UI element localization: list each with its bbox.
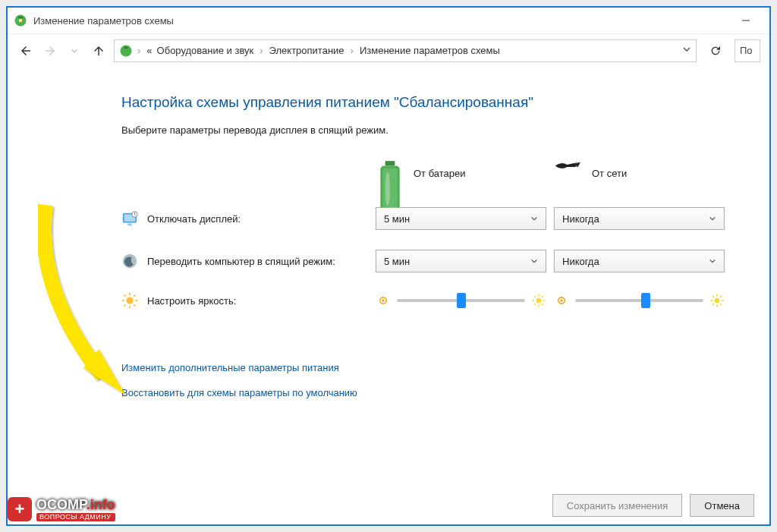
watermark: + OCOMP.info ВОПРОСЫ АДМИНУ xyxy=(8,497,115,521)
sun-small-icon xyxy=(376,293,391,308)
display-battery-dropdown[interactable]: 5 мин xyxy=(376,207,546,230)
svg-line-33 xyxy=(534,296,536,297)
brightness-battery-slider[interactable] xyxy=(376,293,546,308)
svg-point-9 xyxy=(385,172,390,205)
chevron-down-icon xyxy=(709,256,716,267)
save-button[interactable]: Сохранить изменения xyxy=(552,494,683,517)
svg-line-45 xyxy=(720,304,722,305)
svg-rect-10 xyxy=(576,162,577,164)
sun-large-icon xyxy=(709,293,725,308)
svg-line-34 xyxy=(542,304,543,305)
plug-icon xyxy=(554,159,583,187)
address-bar[interactable]: › « Оборудование и звук › Электропитание… xyxy=(114,39,697,62)
battery-icon xyxy=(376,159,404,187)
column-label: От батареи xyxy=(414,168,466,179)
recent-locations-chevron[interactable] xyxy=(65,42,83,60)
row-label-brightness: Настроить яркость: xyxy=(121,292,368,309)
chevron-right-icon: › xyxy=(349,45,355,56)
slider-track[interactable] xyxy=(397,299,525,302)
breadcrumb-item[interactable]: Оборудование и звук xyxy=(157,45,254,56)
setting-label: Отключать дисплей: xyxy=(147,213,241,225)
breadcrumb-prefix: « xyxy=(146,45,152,56)
forward-button[interactable] xyxy=(41,42,59,60)
svg-rect-14 xyxy=(127,223,132,225)
chevron-down-icon xyxy=(709,213,716,225)
dropdown-value: Никогда xyxy=(562,213,599,225)
svg-line-24 xyxy=(124,305,126,307)
chevron-down-icon xyxy=(530,213,538,225)
monitor-icon xyxy=(121,210,138,227)
sleep-ac-dropdown[interactable]: Никогда xyxy=(554,250,725,272)
dropdown-value: Никогда xyxy=(562,256,599,267)
svg-point-2 xyxy=(19,19,23,23)
page-heading: Настройка схемы управления питанием "Сба… xyxy=(121,94,724,111)
power-plan-icon xyxy=(119,44,133,58)
row-label-display: Отключать дисплей: xyxy=(121,210,368,227)
slider-thumb[interactable] xyxy=(641,293,650,308)
svg-point-28 xyxy=(536,298,542,304)
breadcrumb-item[interactable]: Изменение параметров схемы xyxy=(360,45,500,56)
svg-point-27 xyxy=(382,299,384,301)
column-header-battery: От батареи xyxy=(376,159,546,187)
watermark-badge: + xyxy=(8,497,32,521)
footer-buttons: Сохранить изменения Отмена xyxy=(552,494,754,517)
watermark-sub: ВОПРОСЫ АДМИНУ xyxy=(36,513,115,521)
svg-point-38 xyxy=(560,299,562,301)
up-button[interactable] xyxy=(90,42,108,60)
control-panel-window: Изменение параметров схемы › « Оборудова xyxy=(6,6,771,526)
svg-line-44 xyxy=(713,296,714,297)
settings-grid: От батареи От сети Отключать дисплей: 5 … xyxy=(121,159,724,309)
svg-point-39 xyxy=(715,298,720,304)
svg-rect-6 xyxy=(385,161,395,165)
sun-small-icon xyxy=(554,293,569,308)
slider-thumb[interactable] xyxy=(457,293,466,308)
svg-line-35 xyxy=(534,304,536,305)
restore-defaults-link[interactable]: Восстановить для схемы параметры по умол… xyxy=(121,387,724,398)
svg-line-25 xyxy=(134,295,136,297)
chevron-down-icon xyxy=(530,256,538,267)
sun-icon xyxy=(121,292,138,309)
search-placeholder: По xyxy=(740,45,753,56)
dropdown-value: 5 мин xyxy=(384,256,410,267)
svg-line-36 xyxy=(542,296,543,297)
sun-large-icon xyxy=(531,293,546,308)
svg-line-22 xyxy=(124,295,126,297)
sleep-icon xyxy=(121,253,138,269)
svg-rect-5 xyxy=(124,46,128,48)
advanced-settings-link[interactable]: Изменить дополнительные параметры питани… xyxy=(121,362,724,373)
content-area: Настройка схемы управления питанием "Сба… xyxy=(8,67,769,414)
back-button[interactable] xyxy=(17,42,35,60)
column-label: От сети xyxy=(592,168,627,179)
svg-line-23 xyxy=(134,305,136,307)
links-section: Изменить дополнительные параметры питани… xyxy=(121,362,724,398)
chevron-right-icon: › xyxy=(136,45,142,56)
minimize-button[interactable] xyxy=(728,10,763,31)
search-box[interactable]: По xyxy=(735,39,760,62)
svg-rect-11 xyxy=(576,166,577,168)
slider-track[interactable] xyxy=(575,299,703,302)
navbar: › « Оборудование и звук › Электропитание… xyxy=(8,33,769,67)
chevron-right-icon: › xyxy=(258,45,264,56)
app-icon xyxy=(14,14,27,27)
watermark-main: OCOMP.info xyxy=(36,498,115,512)
refresh-button[interactable] xyxy=(703,45,728,57)
display-ac-dropdown[interactable]: Никогда xyxy=(554,207,725,230)
setting-label: Переводить компьютер в спящий режим: xyxy=(147,256,335,267)
column-header-ac: От сети xyxy=(554,159,725,187)
cancel-button[interactable]: Отмена xyxy=(690,494,754,517)
window-title: Изменение параметров схемы xyxy=(33,15,174,27)
setting-label: Настроить яркость: xyxy=(147,295,236,307)
sleep-battery-dropdown[interactable]: 5 мин xyxy=(376,250,546,272)
svg-line-47 xyxy=(720,296,722,297)
page-subheading: Выберите параметры перевода дисплея в сп… xyxy=(121,124,724,136)
breadcrumb-item[interactable]: Электропитание xyxy=(269,45,344,56)
svg-rect-1 xyxy=(18,17,23,18)
svg-line-46 xyxy=(713,304,714,305)
brightness-ac-slider[interactable] xyxy=(554,293,725,308)
row-label-sleep: Переводить компьютер в спящий режим: xyxy=(121,253,368,269)
svg-point-17 xyxy=(126,297,133,304)
titlebar: Изменение параметров схемы xyxy=(8,8,769,33)
address-dropdown-chevron[interactable] xyxy=(682,45,691,56)
dropdown-value: 5 мин xyxy=(384,213,410,225)
